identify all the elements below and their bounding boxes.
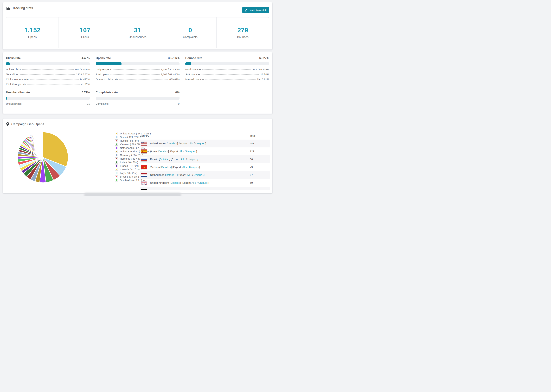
export-unique-link[interactable]: Unique › <box>190 189 200 190</box>
rate-stat-line: Complaints 0 <box>96 102 179 107</box>
stat-line-value: 242 / 86.738% <box>253 68 269 71</box>
export-all-link[interactable]: All › <box>189 142 193 145</box>
export-unique-link[interactable]: Unique › <box>189 166 199 169</box>
column-header-country: Country <box>140 132 250 140</box>
rate-title: Complaints rate <box>96 91 118 94</box>
details-link[interactable]: Details › <box>161 166 171 169</box>
legend-swatch <box>115 150 118 153</box>
stat-line-value: 2,303 / 61.446% <box>161 73 179 76</box>
legend-swatch <box>115 168 118 171</box>
stat-value: 167 <box>80 27 90 34</box>
details-link[interactable]: Details › <box>162 189 172 190</box>
export-unique-link[interactable]: Unique › <box>186 150 196 153</box>
export-button-label: Export basic stats <box>249 9 267 11</box>
details-link[interactable]: Details › <box>168 142 177 145</box>
stat-line-value: 1,152 / 30.736% <box>161 68 179 71</box>
stat-line-value: 0 <box>178 102 179 105</box>
country-name: Vietnam <box>150 166 160 169</box>
legend-label: Brazil ( 33 / 2% ) <box>120 175 139 178</box>
details-link[interactable]: Details › <box>166 173 176 176</box>
rate-stat-line: Opens to clicks rate 689.82% <box>96 78 179 83</box>
rate-title: Opens rate <box>96 56 111 60</box>
rate-block-bounce-rate: Bounce rate 6.927% Hard bounces 242 / 86… <box>185 56 269 88</box>
details-link[interactable]: Details › <box>170 181 180 184</box>
flag-vn-icon <box>141 165 147 169</box>
rate-block-opens-rate: Opens rate 30.736% Unique opens 1,152 / … <box>96 56 179 88</box>
export-all-link[interactable]: All › <box>179 150 184 153</box>
page-title: Tracking stats <box>12 6 33 10</box>
rate-stat-line: Clicks to opens rate 14.497% <box>6 78 90 83</box>
rate-value: 30.736% <box>168 56 179 60</box>
rates-grid: Clicks rate 4.46% Unique clicks 167 / 4.… <box>3 52 272 107</box>
legend-label: India ( 46 / 3% ) <box>120 161 138 164</box>
country-name: Netherlands <box>150 173 164 176</box>
flag-us-icon <box>141 142 147 146</box>
stat-line-label: Internal bounces <box>185 78 204 81</box>
export-unique-link[interactable]: Unique › <box>188 158 198 161</box>
export-all-link[interactable]: All › <box>191 181 196 184</box>
stat-label: Clicks <box>81 35 89 39</box>
column-header-total: Total <box>250 132 270 140</box>
legend-swatch <box>115 136 118 138</box>
rate-stat-line: Total opens 2,303 / 61.446% <box>96 73 179 78</box>
rate-value: 0% <box>175 91 179 94</box>
dotted-leader <box>202 74 259 75</box>
export-all-link[interactable]: All › <box>182 166 187 169</box>
flag-nl-icon <box>141 173 147 177</box>
legend-label: France ( 42 / 2% ) <box>120 164 141 167</box>
country-name: United Kingdom <box>150 181 169 184</box>
stat-cell-clicks: 167 Clicks <box>58 17 111 48</box>
legend-swatch <box>115 179 118 182</box>
export-unique-link[interactable]: Unique › <box>195 142 205 145</box>
campaign-overview-dashboard: { "colors": { "accent": "#0E88A0", "stat… <box>0 0 276 196</box>
export-unique-link[interactable]: Unique › <box>198 181 208 184</box>
export-all-link[interactable]: All › <box>187 173 191 176</box>
stat-line-label: Unique opens <box>96 68 112 71</box>
geo-table-row-ru: Russia [ Details › ] [Export: All › / Un… <box>140 155 270 163</box>
geo-table-row-de: Germany [ Details › ] [Export: All › / U… <box>140 187 270 190</box>
stat-label: Complaints <box>183 35 198 39</box>
rate-progress-bar <box>96 97 179 100</box>
export-unique-link[interactable]: Unique › <box>194 173 204 176</box>
dotted-leader <box>110 74 160 75</box>
legend-swatch <box>115 132 118 135</box>
legend-swatch <box>115 157 118 160</box>
rate-value: 0.77% <box>82 91 90 94</box>
stat-cell-complaints: 0 Complaints <box>164 17 216 48</box>
export-all-link[interactable]: All › <box>184 189 188 190</box>
country-name: Germany <box>150 189 161 190</box>
stat-line-value: 167 / 4.456% <box>75 68 90 71</box>
stats-summary-box: 1,152 Opens 167 Clicks 31 Unsubscribes 0… <box>6 17 269 48</box>
rate-progress-fill <box>6 97 7 100</box>
rate-stat-line: Unique opens 1,152 / 30.736% <box>96 68 179 73</box>
geo-table-header-row: Country Total <box>140 132 270 140</box>
stat-line-label: Total clicks <box>6 73 19 76</box>
rate-value: 6.927% <box>259 56 269 60</box>
next-section-shadow <box>84 193 181 196</box>
country-total: 55 <box>250 187 270 190</box>
details-link[interactable]: Details › <box>160 158 170 161</box>
stat-value: 279 <box>237 27 248 34</box>
rate-block-clicks-rate: Clicks rate 4.46% Unique clicks 167 / 4.… <box>6 56 90 88</box>
export-all-link[interactable]: All › <box>181 158 185 161</box>
legend-label: Italy ( 36 / 2% ) <box>120 172 137 175</box>
stat-cell-unsubscribes: 31 Unsubscribes <box>111 17 164 48</box>
legend-swatch <box>115 172 118 174</box>
country-name: United States <box>150 142 166 145</box>
stat-label: Bounces <box>237 35 248 39</box>
export-basic-stats-button[interactable]: Export basic stats <box>242 7 269 13</box>
rates-card: Clicks rate 4.46% Unique clicks 167 / 4.… <box>3 52 272 114</box>
legend-swatch <box>115 139 118 142</box>
stat-value: 1,152 <box>24 27 41 34</box>
stat-line-value: 689.82% <box>170 78 179 81</box>
country-total: 59 <box>250 179 270 187</box>
legend-label: Germany ( 55 / 3% ) <box>120 154 143 156</box>
legend-swatch <box>115 175 118 178</box>
geo-table-row-us: United States [ Details › ] [Export: All… <box>140 140 270 147</box>
details-link[interactable]: Details › <box>158 150 168 153</box>
rate-stat-line: Internal bounces 19 / 6.81% <box>185 78 269 83</box>
stat-value: 0 <box>188 27 192 34</box>
stat-line-label: Hard bounces <box>185 68 201 71</box>
rate-progress-bar <box>96 62 179 65</box>
country-total: 121 <box>250 147 270 155</box>
